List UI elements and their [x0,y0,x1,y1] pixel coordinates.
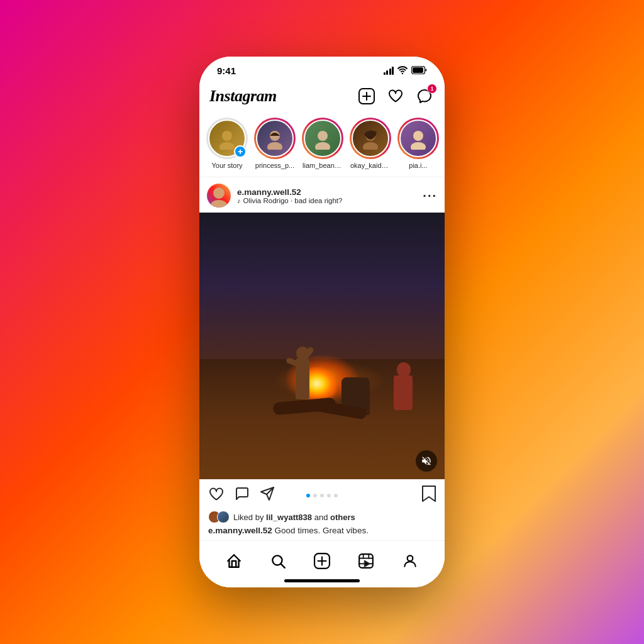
add-story-badge: + [234,145,247,158]
caption-username[interactable]: e.manny.well.52 [208,526,272,535]
phone-frame: 9:41 [199,57,445,587]
figure-right [394,360,425,410]
dot-4 [327,494,331,497]
story-item-kaide[interactable]: okay_kaide... [350,118,391,169]
home-indicator [284,579,360,582]
post-avatar [207,184,231,208]
signal-icon [384,67,394,75]
nav-search-button[interactable] [264,547,292,575]
story-avatar-ok [352,119,389,157]
battery-icon [411,66,427,76]
liked-by-others[interactable]: others [330,513,355,522]
carousel-dots [306,494,338,497]
svg-point-16 [213,187,225,199]
status-icons [384,65,428,76]
svg-point-15 [411,142,426,150]
likes-text: Liked by lil_wyatt838 and others [233,513,355,522]
story-username-ok: okay_kaide... [350,162,391,169]
messages-button[interactable]: 1 [414,86,435,106]
post-username: e.manny.well.52 [237,187,342,197]
post-image [199,213,445,479]
story-item-pia[interactable]: pia.i... [398,118,438,169]
sky-bg [199,213,445,359]
svg-point-14 [413,131,423,141]
messages-badge: 1 [427,84,437,94]
story-avatar-wrapper: + [206,118,248,159]
post-container: e.manny.well.52 ♪ Olivia Rodrigo · bad i… [199,177,445,540]
instagram-logo: Instagram [209,87,277,106]
post-user: e.manny.well.52 ♪ Olivia Rodrigo · bad i… [207,184,342,208]
story-ring-lb [302,118,343,159]
nav-add-button[interactable] [308,547,336,575]
music-note-icon: ♪ [237,197,241,204]
story-avatar-wrapper-pp [254,118,296,159]
post-caption: e.manny.well.52 Good times. Great vibes. [208,526,436,535]
search-icon [270,553,286,569]
profile-icon [402,553,418,569]
svg-point-6 [222,131,232,141]
save-button[interactable] [422,486,436,506]
dot-5 [334,494,338,497]
status-time: 9:41 [217,65,236,76]
liked-by-username[interactable]: lil_wyatt838 [266,513,312,522]
svg-rect-2 [413,67,423,73]
like-button[interactable] [208,486,225,505]
post-user-info: e.manny.well.52 ♪ Olivia Rodrigo · bad i… [237,187,342,204]
svg-point-17 [211,200,227,208]
svg-point-10 [318,131,328,141]
story-username-pia: pia.i... [409,162,427,169]
dot-2 [313,494,317,497]
campfire-scene [199,213,445,479]
story-username-pp: princess_p... [255,162,294,169]
nav-reels-button[interactable] [352,547,380,575]
add-post-button[interactable] [357,86,377,106]
action-row [208,486,436,506]
post-music: ♪ Olivia Rodrigo · bad idea right? [237,197,342,204]
caption-text-content: Good times. Great vibes. [275,526,369,535]
story-avatar-lb [304,119,341,157]
story-item-liam[interactable]: liam_beanz... [303,118,343,169]
reels-icon [358,553,374,569]
app-header: Instagram 1 [199,81,445,113]
action-left-icons [208,486,275,505]
heart-icon [387,88,404,104]
likes-row: Liked by lil_wyatt838 and others [208,511,436,523]
likes-avatars: Liked by lil_wyatt838 and others [208,511,436,523]
liked-by-and: and [314,513,330,522]
story-username-lb: liam_beanz... [303,162,343,169]
like-avatar-stack [208,511,230,523]
dot-3 [320,494,324,497]
svg-point-7 [219,142,235,150]
svg-point-31 [408,555,413,561]
story-avatar-pia [399,119,437,157]
post-music-text: Olivia Rodrigo · bad idea right? [243,197,343,204]
story-ring-pp [254,118,296,159]
like-avatar-2 [217,511,230,523]
mute-button[interactable] [416,450,437,472]
share-button[interactable] [260,486,275,505]
activity-button[interactable] [386,86,406,106]
add-post-nav-icon [314,553,330,569]
nav-profile-button[interactable] [396,547,424,575]
story-item-princess-p[interactable]: princess_p... [255,118,295,169]
svg-point-0 [402,73,403,74]
svg-point-13 [363,142,378,150]
figure-right-body [394,375,413,410]
story-avatar-wrapper-pia [397,118,439,159]
story-ring-ok [350,118,391,159]
story-avatar-pp [256,119,294,157]
your-story-label: Your story [211,162,242,169]
wifi-icon [397,65,408,76]
story-avatar-wrapper-lb [302,118,343,159]
header-action-icons: 1 [357,86,435,106]
svg-point-11 [315,142,330,150]
post-more-button[interactable]: ··· [423,189,437,203]
nav-home-button[interactable] [220,547,248,575]
comment-button[interactable] [235,486,250,505]
figure-main [286,324,320,399]
svg-point-9 [267,142,282,150]
story-item-your-story[interactable]: + Your story [207,118,247,169]
figure-head [296,347,309,360]
story-ring-pia [397,118,439,159]
svg-marker-30 [365,561,370,567]
